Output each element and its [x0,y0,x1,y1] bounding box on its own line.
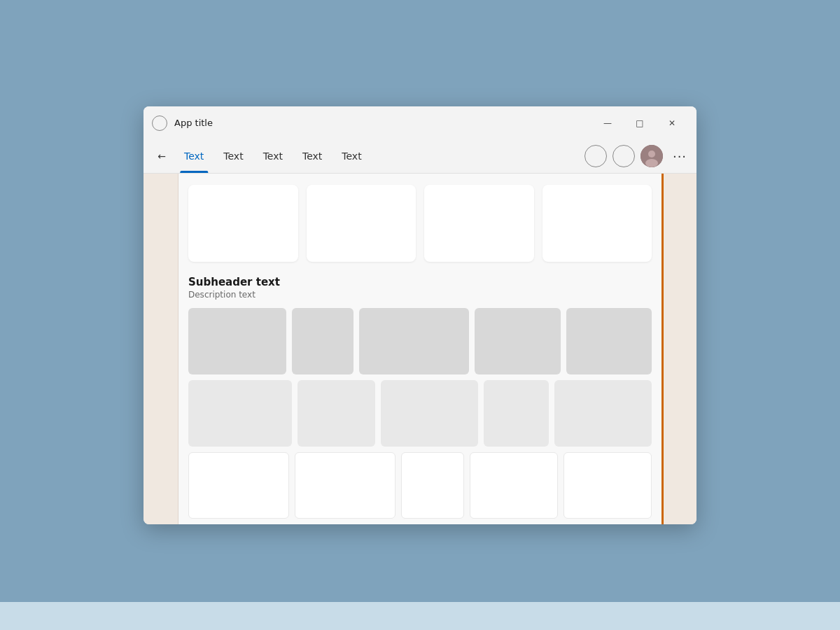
grid-cell-1-2 [292,308,354,374]
titlebar: App title — □ ✕ [144,106,696,140]
navbar: ← Text Text Text Text Text [144,140,696,174]
svg-point-1 [648,150,655,158]
grid-cell-2-2 [298,380,375,447]
back-icon: ← [158,150,166,162]
grid-cell-3-5 [564,452,652,519]
grid-cell-2-1 [188,380,292,447]
grid-cell-3-1 [188,452,289,519]
subheader-desc: Description text [188,290,652,300]
avatar-icon [640,145,663,167]
tab-text-5[interactable]: Text [332,140,371,173]
app-logo [152,115,167,131]
main-content: Subheader text Description text [178,174,662,524]
grid-cell-3-2 [295,452,396,519]
tab-text-1[interactable]: Text [174,140,214,173]
taskbar [0,602,840,630]
card-3 [424,185,534,262]
tab-text-3[interactable]: Text [253,140,293,173]
subheader-title: Subheader text [188,276,652,288]
card-row [188,185,652,262]
grid-cell-2-5 [554,380,652,447]
close-button[interactable]: ✕ [656,112,688,134]
app-title: App title [174,118,584,128]
grid-cell-3-3 [401,452,464,519]
grid-cell-2-4 [484,380,549,447]
search-button[interactable] [584,145,607,167]
card-1 [188,185,298,262]
minimize-button[interactable]: — [592,112,624,134]
card-2 [307,185,416,262]
grid-row-3 [188,452,652,519]
nav-right-actions: ··· [584,145,691,167]
back-button[interactable]: ← [149,144,174,169]
maximize-button[interactable]: □ [624,112,656,134]
tab-text-2[interactable]: Text [214,140,253,173]
grid-row-1 [188,308,652,374]
action-button[interactable] [612,145,635,167]
sidebar-left [144,174,178,524]
avatar[interactable] [640,145,663,167]
grid-row-2 [188,380,652,447]
grid-cell-1-4 [475,308,561,374]
sidebar-right [662,174,696,524]
app-window: App title — □ ✕ ← Text Text Text Text [144,106,696,524]
grid-cell-1-3 [359,308,470,374]
subheader-section: Subheader text Description text [188,276,652,300]
grid-cell-3-4 [470,452,558,519]
grid-cell-2-3 [381,380,478,447]
window-controls: — □ ✕ [592,112,688,134]
card-4 [542,185,652,262]
grid-cell-1-5 [566,308,652,374]
more-button[interactable]: ··· [668,145,691,167]
nav-tabs: Text Text Text Text Text [174,140,584,173]
content-area: Subheader text Description text [144,174,696,524]
tab-text-4[interactable]: Text [293,140,332,173]
grid-cell-1-1 [188,308,286,374]
svg-point-2 [645,159,658,167]
